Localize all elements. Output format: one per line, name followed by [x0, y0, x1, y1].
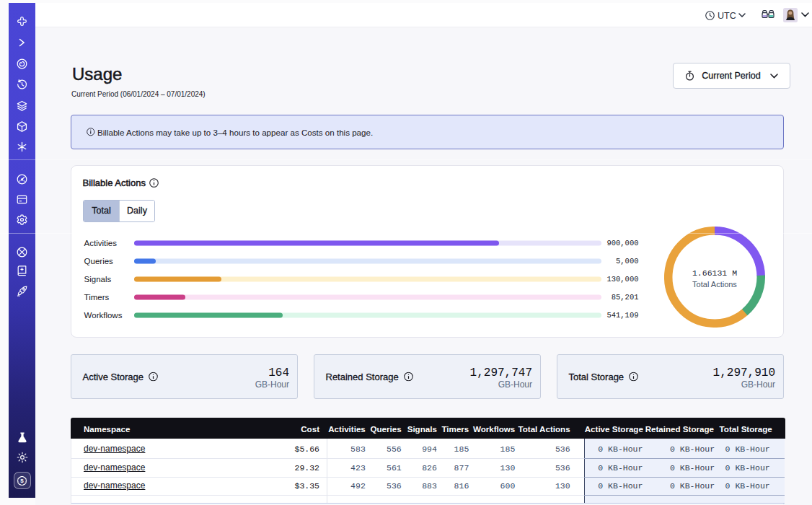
svg-text:$: $	[20, 478, 24, 484]
